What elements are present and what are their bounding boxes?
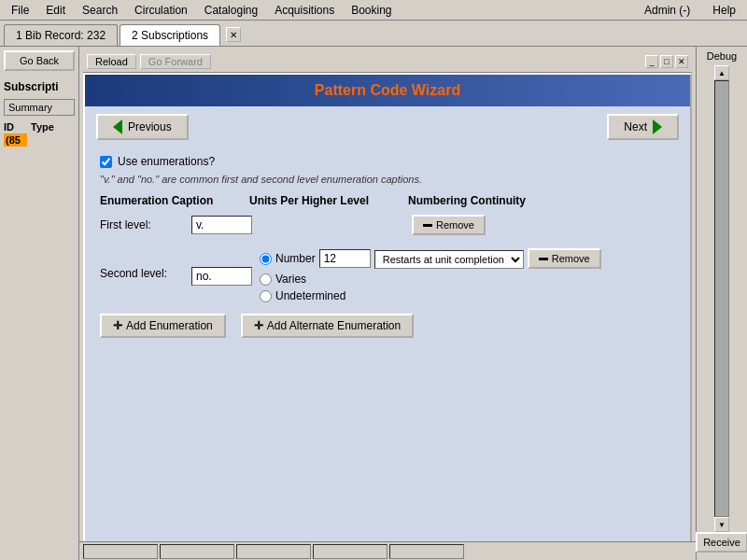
radio-varies-row: Varies [260,273,601,286]
tab-bar: 1 Bib Record: 232 2 Subscriptions ✕ [0,21,747,47]
add-alt-label: Add Alternate Enumeration [267,319,401,332]
next-button[interactable]: Next [607,114,679,140]
first-level-remove-button[interactable]: Remove [412,215,486,235]
use-enumerations-row: Use enumerations? [100,155,675,168]
hint-text: "v." and "no." are common first and seco… [100,174,675,185]
minimize-button[interactable]: _ [645,55,658,68]
remove-icon-2 [539,258,548,260]
add-alt-icon: ✛ [254,319,263,332]
center-area: Reload Go Forward _ □ ✕ Pattern Code Wiz… [79,47,696,560]
enum-caption-header: Enumeration Caption [100,194,249,207]
second-level-label: Second level: [100,267,184,280]
menu-acquisitions[interactable]: Acquisitions [267,2,342,19]
tab-close-button[interactable]: ✕ [226,27,241,42]
status-panel-1 [83,544,158,559]
status-panel-5 [389,544,464,559]
add-buttons-row: ✛ Add Enumeration ✛ Add Alternate Enumer… [100,314,675,338]
scroll-area: ▲ ▼ [714,65,729,532]
wizard-dialog: Pattern Code Wizard Previous Next Use en… [83,73,692,551]
radio-varies[interactable] [260,273,272,286]
numbering-header: Numbering Continuity [408,194,548,207]
wizard-title: Pattern Code Wizard [85,75,690,106]
summary-tab[interactable]: Summary [4,99,75,116]
radio-group: Number Restarts at unit completion Conti… [260,248,601,302]
first-level-row: First level: Remove [100,215,675,235]
menu-items: File Edit Search Circulation Cataloging … [4,2,400,19]
remove-icon [423,224,432,227]
menu-cataloging[interactable]: Cataloging [197,2,265,19]
subscriptions-label: Subscripti [4,80,75,93]
column-headers: Enumeration Caption Units Per Higher Lev… [100,194,675,207]
remove-label: Remove [436,219,474,231]
add-enum-icon: ✛ [113,319,122,332]
menu-edit[interactable]: Edit [38,2,73,19]
second-level-row: Second level: Number Restarts at unit co… [100,246,675,302]
second-level-remove-button[interactable]: Remove [528,248,601,269]
menu-booking[interactable]: Booking [344,2,399,19]
previous-button[interactable]: Previous [96,114,189,140]
prev-arrow-icon [113,119,122,134]
scroll-up-button[interactable]: ▲ [714,65,729,80]
sidebar-table: ID Type (85 [4,121,75,147]
reload-button[interactable]: Reload [87,54,136,69]
scroll-track [714,80,729,517]
status-panel-2 [160,544,234,559]
radio-undetermined-row: Undetermined [260,289,601,302]
menu-right: Admin (-) Help [637,2,743,19]
radio-undetermined[interactable] [260,290,272,302]
table-row[interactable]: (85 [4,133,75,147]
status-bar [79,541,696,560]
second-level-input[interactable] [191,267,252,286]
first-level-label: First level: [100,218,184,231]
radio-undetermined-label: Undetermined [275,289,345,302]
wizard-nav: Previous Next [85,106,690,147]
previous-label: Previous [128,120,172,133]
radio-number[interactable] [260,253,272,265]
browser-toolbar: Reload Go Forward _ □ ✕ [83,50,692,73]
maximize-button[interactable]: □ [660,55,673,68]
next-arrow-icon [653,119,662,134]
status-panel-3 [236,544,311,559]
window-controls: _ □ ✕ [645,55,688,68]
scroll-down-button[interactable]: ▼ [714,517,729,532]
go-forward-button[interactable]: Go Forward [140,54,211,69]
continuity-wrapper: Restarts at unit completion Continuous V… [374,250,524,269]
continuity-select[interactable]: Restarts at unit completion Continuous V… [374,250,524,269]
menu-help[interactable]: Help [705,2,743,19]
add-enum-label: Add Enumeration [126,319,213,332]
radio-number-row: Number Restarts at unit completion Conti… [260,248,601,269]
radio-number-label: Number [275,252,316,265]
status-panel-4 [313,544,388,559]
debug-label: Debug [707,50,737,62]
second-remove-label: Remove [552,253,590,264]
menu-file[interactable]: File [4,2,36,19]
menu-admin[interactable]: Admin (-) [637,2,698,19]
right-panel: Debug ▲ ▼ Receive [696,47,747,560]
receive-button[interactable]: Receive [696,532,747,553]
tab-subscriptions[interactable]: 2 Subscriptions [120,24,220,46]
number-value-input[interactable] [319,249,371,268]
close-button[interactable]: ✕ [675,55,688,68]
add-enumeration-button[interactable]: ✛ Add Enumeration [100,314,226,338]
menu-search[interactable]: Search [75,2,125,19]
table-header-row: ID Type [4,121,75,133]
add-alternate-button[interactable]: ✛ Add Alternate Enumeration [241,314,414,338]
tab-bib-record[interactable]: 1 Bib Record: 232 [4,24,118,46]
main-area: Go Back Subscripti Summary ID Type (85 R… [0,47,747,560]
use-enumerations-label: Use enumerations? [118,155,215,168]
next-label: Next [624,120,647,133]
go-back-button[interactable]: Go Back [4,50,75,71]
units-header: Units Per Higher Level [249,194,408,207]
left-panel: Go Back Subscripti Summary ID Type (85 [0,47,79,560]
row-id: (85 [4,133,27,147]
wizard-content: Use enumerations? "v." and "no." are com… [85,147,690,345]
menu-bar: File Edit Search Circulation Cataloging … [0,0,747,21]
first-level-input[interactable] [191,216,252,234]
use-enumerations-checkbox[interactable] [100,156,112,168]
radio-varies-label: Varies [275,273,306,286]
menu-circulation[interactable]: Circulation [127,2,195,19]
col-id-header: ID [4,121,27,133]
col-type-header: Type [31,121,59,133]
